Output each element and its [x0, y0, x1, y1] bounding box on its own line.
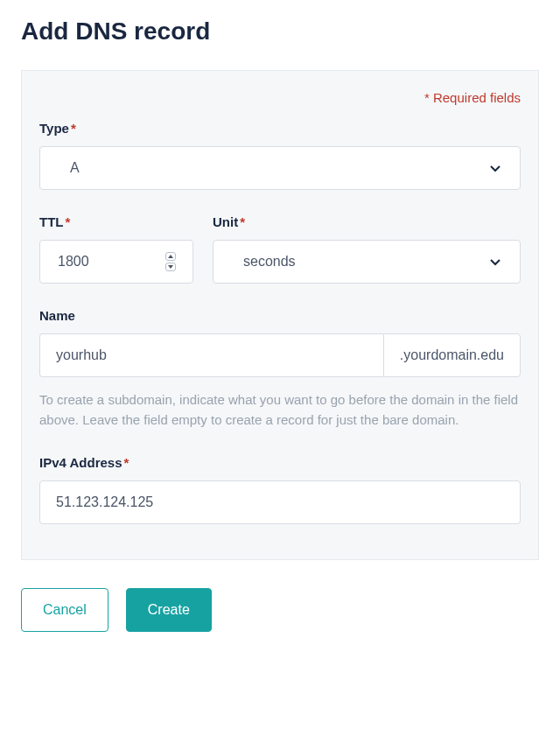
unit-label: Unit*: [213, 214, 521, 229]
unit-select[interactable]: seconds: [213, 240, 521, 284]
chevron-down-icon: [488, 255, 502, 269]
required-asterisk: *: [124, 455, 130, 470]
cancel-button[interactable]: Cancel: [21, 588, 108, 632]
field-name: Name .yourdomain.edu To create a subdoma…: [39, 308, 521, 431]
create-button[interactable]: Create: [126, 588, 212, 632]
svg-marker-0: [168, 255, 173, 258]
required-asterisk: *: [66, 214, 71, 229]
chevron-down-icon: [488, 161, 502, 175]
ttl-label-text: TTL: [39, 214, 64, 229]
ttl-input-wrap: [39, 240, 193, 284]
required-fields-note: * Required fields: [39, 90, 521, 105]
required-asterisk: *: [71, 121, 76, 136]
unit-select-value: seconds: [243, 254, 296, 270]
type-select-value: A: [70, 160, 80, 176]
domain-suffix: .yourdomain.edu: [383, 333, 521, 377]
ttl-decrement-button[interactable]: [165, 263, 176, 271]
field-unit: Unit* seconds: [213, 214, 521, 284]
field-type: Type* A: [39, 121, 521, 190]
name-input-row: .yourdomain.edu: [39, 333, 521, 377]
name-input-part: [39, 333, 383, 377]
name-label: Name: [39, 308, 521, 323]
ttl-spinner: [165, 252, 176, 271]
ipv4-label: IPv4 Address*: [39, 455, 521, 470]
button-row: Cancel Create: [21, 588, 539, 632]
required-asterisk: *: [240, 214, 245, 229]
chevron-down-icon: [168, 265, 173, 269]
svg-marker-1: [168, 265, 173, 269]
form-panel: * Required fields Type* A TTL*: [21, 70, 539, 560]
ipv4-input[interactable]: [39, 480, 521, 524]
ttl-label: TTL*: [39, 214, 193, 229]
name-input[interactable]: [39, 333, 383, 377]
name-help-text: To create a subdomain, indicate what you…: [39, 389, 521, 431]
type-label-text: Type: [39, 121, 69, 136]
type-select[interactable]: A: [39, 146, 521, 190]
ttl-increment-button[interactable]: [165, 252, 176, 261]
page-title: Add DNS record: [21, 18, 539, 46]
field-ipv4: IPv4 Address*: [39, 455, 521, 524]
field-ttl: TTL*: [39, 214, 193, 284]
type-label: Type*: [39, 121, 521, 136]
chevron-up-icon: [168, 255, 173, 258]
name-label-text: Name: [39, 308, 75, 323]
unit-label-text: Unit: [213, 214, 238, 229]
ipv4-label-text: IPv4 Address: [39, 455, 122, 470]
